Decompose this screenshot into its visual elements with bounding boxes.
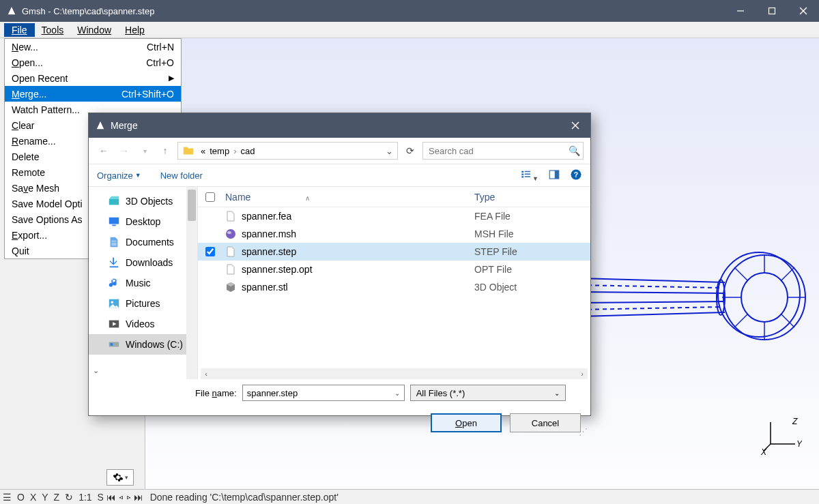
status-z[interactable]: Z	[51, 492, 63, 503]
help-icon[interactable]: ?	[570, 168, 582, 183]
menu-help[interactable]: Help	[118, 24, 152, 36]
tree-downloads[interactable]: Downloads	[89, 252, 197, 273]
folder-tree[interactable]: 3D Objects Desktop Documents Downloads M…	[89, 187, 198, 379]
gmsh-app-icon	[7, 6, 16, 16]
svg-rect-48	[111, 343, 113, 346]
status-rotate-icon[interactable]: ↻	[62, 492, 76, 503]
tree-expand-icon[interactable]: ⌄	[93, 366, 99, 375]
file-type-filter[interactable]: All Files (*.*)⌄	[410, 385, 566, 401]
status-scale[interactable]: 1:1	[76, 492, 94, 503]
svg-text:?: ?	[574, 170, 578, 178]
nav-forward-icon[interactable]: →	[116, 143, 132, 159]
svg-rect-43	[110, 266, 119, 267]
menu-file[interactable]: File	[4, 23, 35, 37]
status-last-icon[interactable]: ⏭	[134, 492, 143, 503]
file-row[interactable]: spanner.step.optOPT File	[198, 261, 590, 278]
file-name: spanner.fea	[242, 211, 291, 222]
file-type: 3D Object	[474, 282, 590, 293]
file-menu-open-recent[interactable]: Open Recent	[5, 70, 181, 86]
options-gear-button[interactable]: ▾	[106, 469, 134, 486]
nav-recent-icon[interactable]: ▾	[136, 143, 153, 159]
svg-line-18	[580, 312, 725, 316]
model-wireframe	[580, 229, 812, 366]
file-row[interactable]: spanner.feaFEA File	[198, 207, 590, 225]
svg-text:Z: Z	[792, 417, 798, 426]
nav-up-icon[interactable]: ↑	[157, 143, 173, 159]
status-prev-icon[interactable]: ◁	[119, 492, 124, 503]
file-row[interactable]: spanner.stepSTEP File	[198, 243, 590, 261]
dialog-nav-row: ← → ▾ ↑ « temp › cad ⌄ ⟳ 🔍	[89, 138, 590, 164]
tree-desktop[interactable]: Desktop	[89, 211, 197, 232]
tree-c-drive[interactable]: Windows (C:)	[89, 334, 197, 355]
dialog-close-button[interactable]	[560, 113, 590, 138]
svg-rect-40	[109, 198, 119, 205]
open-button[interactable]: Open	[431, 413, 502, 432]
svg-line-20	[580, 307, 720, 310]
menu-window[interactable]: Window	[70, 24, 118, 36]
tree-pictures[interactable]: Pictures	[89, 293, 197, 314]
svg-text:X: X	[761, 447, 767, 455]
refresh-icon[interactable]: ⟳	[402, 143, 418, 159]
tree-music[interactable]: Music	[89, 273, 197, 293]
status-menu-icon[interactable]: ☰	[0, 492, 14, 503]
file-menu-new[interactable]: New...Ctrl+N	[5, 39, 181, 55]
file-type: MSH File	[474, 228, 590, 239]
file-row[interactable]: spanner.mshMSH File	[198, 225, 590, 243]
svg-line-15	[580, 278, 725, 282]
tree-videos[interactable]: Videos	[89, 314, 197, 334]
view-mode-button[interactable]: ▼	[520, 168, 538, 183]
preview-pane-button[interactable]	[548, 168, 560, 183]
chevron-down-icon[interactable]: ⌄	[554, 389, 560, 397]
minimize-button[interactable]	[725, 0, 756, 22]
status-play-icon[interactable]: ▷	[126, 492, 131, 503]
status-x[interactable]: X	[27, 492, 39, 503]
tree-3d-objects[interactable]: 3D Objects	[89, 191, 197, 211]
status-o[interactable]: O	[14, 492, 27, 503]
menu-tools[interactable]: Tools	[35, 24, 71, 36]
status-message: Done reading 'C:\temp\cad\spanner.step.o…	[143, 492, 339, 503]
status-s[interactable]: S	[95, 492, 106, 503]
nav-back-icon[interactable]: ←	[96, 143, 112, 159]
gmsh-app-icon	[96, 121, 105, 130]
svg-point-50	[227, 231, 231, 234]
file-row[interactable]: spanner.stl3D Object	[198, 278, 590, 296]
svg-line-14	[781, 267, 794, 281]
tree-scrollbar[interactable]	[186, 187, 197, 379]
filename-label: File name:	[195, 388, 237, 398]
search-input[interactable]	[423, 146, 565, 156]
breadcrumb[interactable]: « temp › cad ⌄	[177, 142, 398, 160]
chevron-down-icon[interactable]: ⌄	[382, 146, 397, 156]
dialog-bottom: File name: spanner.step⌄ All Files (*.*)…	[89, 379, 590, 439]
file-type: STEP File	[474, 246, 590, 257]
status-y[interactable]: Y	[39, 492, 51, 503]
organize-menu[interactable]: Organize▼	[97, 171, 141, 181]
svg-rect-42	[112, 225, 115, 226]
chevron-down-icon[interactable]: ⌄	[394, 389, 400, 397]
dialog-title: Merge	[111, 120, 560, 131]
cancel-button[interactable]: Cancel	[510, 413, 581, 432]
new-folder-button[interactable]: New folder	[160, 171, 203, 181]
window-title: Gmsh - C:\temp\cad\spanner.step	[22, 6, 725, 16]
filename-input[interactable]: spanner.step⌄	[242, 385, 405, 401]
maximize-button[interactable]	[756, 0, 788, 22]
file-name: spanner.step.opt	[242, 264, 313, 275]
file-name: spanner.stl	[242, 282, 288, 293]
svg-line-11	[734, 267, 748, 281]
status-first-icon[interactable]: ⏮	[106, 492, 116, 503]
file-list-header[interactable]: Name∧ Type	[198, 187, 590, 207]
file-menu-open[interactable]: Open...Ctrl+O	[5, 55, 181, 70]
file-name: spanner.step	[242, 246, 296, 257]
file-checkbox[interactable]	[205, 247, 215, 256]
dialog-body: 3D Objects Desktop Documents Downloads M…	[89, 187, 590, 379]
file-list: Name∧ Type spanner.feaFEA Filespanner.ms…	[198, 187, 590, 379]
select-all-checkbox[interactable]	[205, 192, 215, 202]
resize-grip-icon[interactable]: ⋰	[579, 426, 588, 436]
search-box[interactable]: 🔍	[422, 142, 584, 160]
close-button[interactable]	[788, 0, 819, 22]
tree-documents[interactable]: Documents	[89, 232, 197, 252]
file-menu-merge[interactable]: Merge...Ctrl+Shift+O	[5, 86, 181, 102]
folder-icon	[182, 145, 195, 157]
search-icon[interactable]: 🔍	[565, 145, 583, 156]
file-list-hscrollbar[interactable]: ‹›	[201, 368, 588, 379]
svg-line-13	[734, 314, 748, 327]
